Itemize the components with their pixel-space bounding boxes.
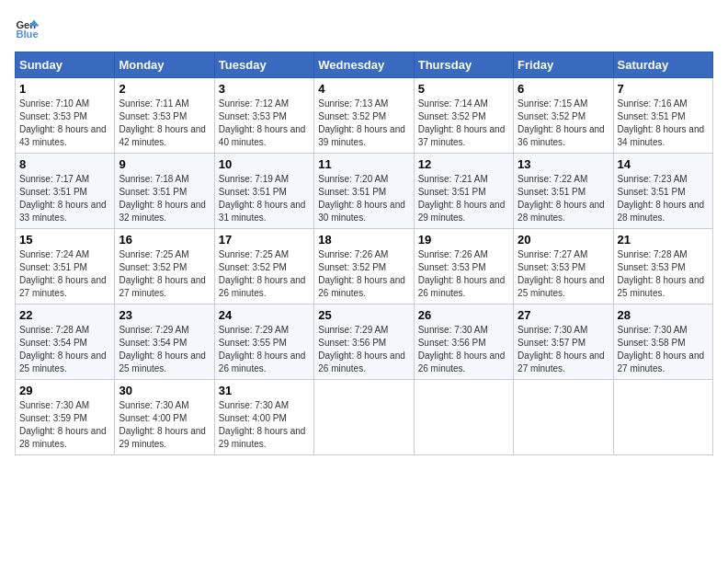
day-detail: Sunrise: 7:17 AM Sunset: 3:51 PM Dayligh… [19, 174, 107, 223]
day-detail: Sunrise: 7:14 AM Sunset: 3:52 PM Dayligh… [418, 98, 506, 147]
col-header-saturday: Saturday [613, 52, 712, 78]
day-number: 8 [19, 157, 110, 171]
day-number: 19 [418, 233, 509, 247]
day-detail: Sunrise: 7:23 AM Sunset: 3:51 PM Dayligh… [618, 174, 705, 223]
col-header-friday: Friday [514, 52, 613, 78]
calendar-cell: 24 Sunrise: 7:29 AM Sunset: 3:55 PM Dayl… [214, 304, 313, 380]
day-detail: Sunrise: 7:20 AM Sunset: 3:51 PM Dayligh… [318, 174, 405, 223]
day-detail: Sunrise: 7:27 AM Sunset: 3:53 PM Dayligh… [518, 249, 605, 298]
day-detail: Sunrise: 7:29 AM Sunset: 3:55 PM Dayligh… [219, 325, 306, 373]
calendar-cell: 6 Sunrise: 7:15 AM Sunset: 3:52 PM Dayli… [514, 78, 613, 154]
calendar-cell: 10 Sunrise: 7:19 AM Sunset: 3:51 PM Dayl… [214, 154, 313, 229]
col-header-wednesday: Wednesday [314, 52, 414, 78]
day-detail: Sunrise: 7:11 AM Sunset: 3:53 PM Dayligh… [119, 98, 206, 147]
calendar-cell: 9 Sunrise: 7:18 AM Sunset: 3:51 PM Dayli… [115, 154, 214, 229]
logo: Gen Blue [15, 15, 44, 40]
day-detail: Sunrise: 7:30 AM Sunset: 4:00 PM Dayligh… [119, 400, 206, 449]
calendar-cell [314, 380, 414, 455]
day-detail: Sunrise: 7:29 AM Sunset: 3:56 PM Dayligh… [318, 325, 405, 373]
logo-icon: Gen Blue [15, 15, 40, 40]
calendar-cell: 23 Sunrise: 7:29 AM Sunset: 3:54 PM Dayl… [115, 304, 214, 380]
calendar-cell: 31 Sunrise: 7:30 AM Sunset: 4:00 PM Dayl… [214, 380, 313, 455]
calendar-cell: 19 Sunrise: 7:26 AM Sunset: 3:53 PM Dayl… [414, 229, 513, 304]
calendar-week-3: 15 Sunrise: 7:24 AM Sunset: 3:51 PM Dayl… [16, 229, 713, 304]
day-number: 18 [318, 233, 409, 247]
calendar-cell: 1 Sunrise: 7:10 AM Sunset: 3:53 PM Dayli… [16, 78, 115, 154]
calendar-cell: 28 Sunrise: 7:30 AM Sunset: 3:58 PM Dayl… [613, 304, 712, 380]
calendar-cell: 21 Sunrise: 7:28 AM Sunset: 3:53 PM Dayl… [613, 229, 712, 304]
svg-text:Blue: Blue [16, 29, 38, 40]
day-number: 28 [618, 308, 709, 322]
day-number: 25 [318, 308, 409, 322]
day-number: 3 [219, 82, 310, 96]
calendar-week-4: 22 Sunrise: 7:28 AM Sunset: 3:54 PM Dayl… [16, 304, 713, 380]
calendar-table: SundayMondayTuesdayWednesdayThursdayFrid… [15, 52, 713, 455]
day-detail: Sunrise: 7:26 AM Sunset: 3:53 PM Dayligh… [418, 249, 506, 298]
calendar-cell: 27 Sunrise: 7:30 AM Sunset: 3:57 PM Dayl… [514, 304, 613, 380]
day-number: 15 [19, 233, 110, 247]
calendar-cell: 22 Sunrise: 7:28 AM Sunset: 3:54 PM Dayl… [16, 304, 115, 380]
day-number: 17 [219, 233, 310, 247]
day-detail: Sunrise: 7:25 AM Sunset: 3:52 PM Dayligh… [119, 249, 206, 298]
calendar-cell [514, 380, 613, 455]
day-detail: Sunrise: 7:18 AM Sunset: 3:51 PM Dayligh… [119, 174, 206, 223]
col-header-sunday: Sunday [16, 52, 115, 78]
calendar-cell: 14 Sunrise: 7:23 AM Sunset: 3:51 PM Dayl… [613, 154, 712, 229]
day-number: 9 [119, 157, 210, 171]
day-detail: Sunrise: 7:30 AM Sunset: 3:56 PM Dayligh… [418, 325, 506, 373]
calendar-cell [414, 380, 513, 455]
col-header-thursday: Thursday [414, 52, 513, 78]
day-detail: Sunrise: 7:30 AM Sunset: 3:58 PM Dayligh… [618, 325, 705, 373]
day-detail: Sunrise: 7:30 AM Sunset: 3:57 PM Dayligh… [518, 325, 605, 373]
day-detail: Sunrise: 7:25 AM Sunset: 3:52 PM Dayligh… [219, 249, 306, 298]
day-number: 29 [19, 384, 110, 397]
day-number: 2 [119, 82, 210, 96]
day-number: 27 [518, 308, 609, 322]
day-number: 10 [219, 157, 310, 171]
day-number: 1 [19, 82, 110, 96]
day-detail: Sunrise: 7:16 AM Sunset: 3:51 PM Dayligh… [618, 98, 705, 147]
calendar-cell: 3 Sunrise: 7:12 AM Sunset: 3:53 PM Dayli… [214, 78, 313, 154]
day-number: 23 [119, 308, 210, 322]
calendar-cell: 15 Sunrise: 7:24 AM Sunset: 3:51 PM Dayl… [16, 229, 115, 304]
day-detail: Sunrise: 7:30 AM Sunset: 4:00 PM Dayligh… [219, 400, 306, 449]
page-header: Gen Blue [15, 15, 713, 40]
day-detail: Sunrise: 7:26 AM Sunset: 3:52 PM Dayligh… [318, 249, 405, 298]
day-number: 4 [318, 82, 409, 96]
calendar-cell: 29 Sunrise: 7:30 AM Sunset: 3:59 PM Dayl… [16, 380, 115, 455]
calendar-cell: 2 Sunrise: 7:11 AM Sunset: 3:53 PM Dayli… [115, 78, 214, 154]
day-number: 30 [119, 384, 210, 397]
calendar-cell: 12 Sunrise: 7:21 AM Sunset: 3:51 PM Dayl… [414, 154, 513, 229]
calendar-cell: 7 Sunrise: 7:16 AM Sunset: 3:51 PM Dayli… [613, 78, 712, 154]
day-detail: Sunrise: 7:30 AM Sunset: 3:59 PM Dayligh… [19, 400, 107, 449]
day-number: 26 [418, 308, 509, 322]
day-number: 11 [318, 157, 409, 171]
calendar-cell [613, 380, 712, 455]
calendar-cell: 4 Sunrise: 7:13 AM Sunset: 3:52 PM Dayli… [314, 78, 414, 154]
calendar-cell: 17 Sunrise: 7:25 AM Sunset: 3:52 PM Dayl… [214, 229, 313, 304]
day-detail: Sunrise: 7:10 AM Sunset: 3:53 PM Dayligh… [19, 98, 107, 147]
day-number: 7 [618, 82, 709, 96]
day-detail: Sunrise: 7:28 AM Sunset: 3:54 PM Dayligh… [19, 325, 107, 373]
day-number: 31 [219, 384, 310, 397]
calendar-cell: 18 Sunrise: 7:26 AM Sunset: 3:52 PM Dayl… [314, 229, 414, 304]
calendar-cell: 16 Sunrise: 7:25 AM Sunset: 3:52 PM Dayl… [115, 229, 214, 304]
day-detail: Sunrise: 7:12 AM Sunset: 3:53 PM Dayligh… [219, 98, 306, 147]
calendar-cell: 5 Sunrise: 7:14 AM Sunset: 3:52 PM Dayli… [414, 78, 513, 154]
col-header-tuesday: Tuesday [214, 52, 313, 78]
day-detail: Sunrise: 7:22 AM Sunset: 3:51 PM Dayligh… [518, 174, 605, 223]
day-number: 14 [618, 157, 709, 171]
day-detail: Sunrise: 7:15 AM Sunset: 3:52 PM Dayligh… [518, 98, 605, 147]
day-detail: Sunrise: 7:28 AM Sunset: 3:53 PM Dayligh… [618, 249, 705, 298]
calendar-cell: 11 Sunrise: 7:20 AM Sunset: 3:51 PM Dayl… [314, 154, 414, 229]
day-number: 20 [518, 233, 609, 247]
day-number: 24 [219, 308, 310, 322]
calendar-cell: 20 Sunrise: 7:27 AM Sunset: 3:53 PM Dayl… [514, 229, 613, 304]
day-number: 12 [418, 157, 509, 171]
day-detail: Sunrise: 7:21 AM Sunset: 3:51 PM Dayligh… [418, 174, 506, 223]
day-detail: Sunrise: 7:19 AM Sunset: 3:51 PM Dayligh… [219, 174, 306, 223]
day-number: 6 [518, 82, 609, 96]
col-header-monday: Monday [115, 52, 214, 78]
day-number: 16 [119, 233, 210, 247]
calendar-cell: 25 Sunrise: 7:29 AM Sunset: 3:56 PM Dayl… [314, 304, 414, 380]
